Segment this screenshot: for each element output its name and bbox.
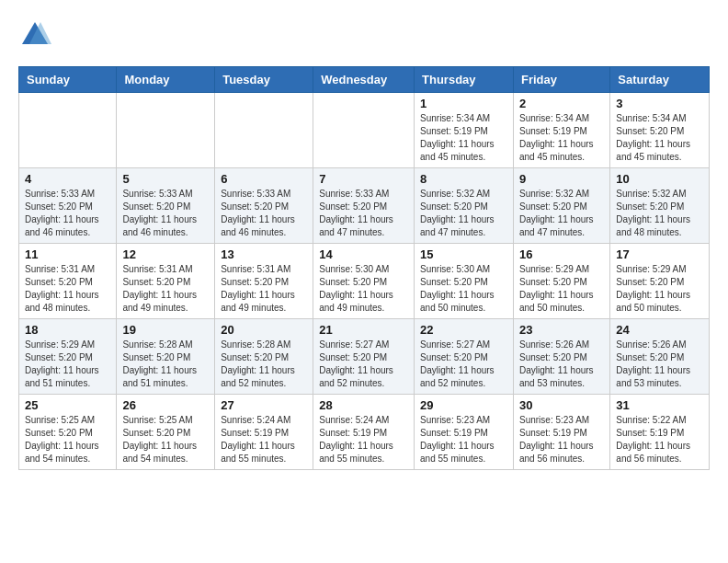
- day-number: 28: [319, 398, 408, 412]
- logo-icon: [18, 18, 51, 52]
- day-info: Sunrise: 5:34 AM Sunset: 5:19 PM Dayligh…: [519, 112, 604, 164]
- calendar-week-row: 25Sunrise: 5:25 AM Sunset: 5:20 PM Dayli…: [19, 395, 710, 470]
- calendar-cell: 13Sunrise: 5:31 AM Sunset: 5:20 PM Dayli…: [215, 244, 313, 319]
- day-number: 23: [519, 323, 604, 337]
- day-number: 16: [519, 247, 604, 261]
- calendar-cell: 12Sunrise: 5:31 AM Sunset: 5:20 PM Dayli…: [117, 244, 215, 319]
- day-info: Sunrise: 5:33 AM Sunset: 5:20 PM Dayligh…: [25, 188, 110, 239]
- day-info: Sunrise: 5:30 AM Sunset: 5:20 PM Dayligh…: [319, 263, 408, 315]
- calendar-cell: 20Sunrise: 5:28 AM Sunset: 5:20 PM Dayli…: [215, 319, 313, 395]
- day-info: Sunrise: 5:26 AM Sunset: 5:20 PM Dayligh…: [616, 339, 703, 390]
- day-info: Sunrise: 5:32 AM Sunset: 5:20 PM Dayligh…: [420, 188, 507, 239]
- day-number: 24: [616, 323, 703, 337]
- calendar-cell: 30Sunrise: 5:23 AM Sunset: 5:19 PM Dayli…: [513, 395, 609, 470]
- day-number: 26: [122, 398, 209, 412]
- day-info: Sunrise: 5:29 AM Sunset: 5:20 PM Dayligh…: [519, 263, 604, 315]
- calendar-cell: [215, 93, 313, 168]
- day-number: 18: [25, 323, 110, 337]
- calendar-cell: 25Sunrise: 5:25 AM Sunset: 5:20 PM Dayli…: [19, 395, 117, 470]
- calendar-cell: 28Sunrise: 5:24 AM Sunset: 5:19 PM Dayli…: [313, 395, 415, 470]
- day-number: 11: [25, 247, 110, 261]
- day-number: 12: [122, 247, 209, 261]
- day-number: 7: [319, 172, 408, 186]
- day-info: Sunrise: 5:23 AM Sunset: 5:19 PM Dayligh…: [420, 414, 507, 465]
- weekday-header: Monday: [117, 67, 215, 93]
- calendar-week-row: 1Sunrise: 5:34 AM Sunset: 5:19 PM Daylig…: [19, 93, 710, 168]
- day-info: Sunrise: 5:28 AM Sunset: 5:20 PM Dayligh…: [122, 339, 209, 390]
- calendar-cell: [19, 93, 117, 168]
- calendar-cell: 14Sunrise: 5:30 AM Sunset: 5:20 PM Dayli…: [313, 244, 415, 319]
- weekday-header: Sunday: [19, 67, 117, 93]
- day-number: 15: [420, 247, 507, 261]
- weekday-header: Saturday: [610, 67, 710, 93]
- calendar-cell: 10Sunrise: 5:32 AM Sunset: 5:20 PM Dayli…: [610, 168, 710, 244]
- day-info: Sunrise: 5:23 AM Sunset: 5:19 PM Dayligh…: [519, 414, 604, 465]
- calendar-cell: 17Sunrise: 5:29 AM Sunset: 5:20 PM Dayli…: [610, 244, 710, 319]
- day-info: Sunrise: 5:27 AM Sunset: 5:20 PM Dayligh…: [420, 339, 507, 390]
- calendar-cell: 18Sunrise: 5:29 AM Sunset: 5:20 PM Dayli…: [19, 319, 117, 395]
- day-info: Sunrise: 5:25 AM Sunset: 5:20 PM Dayligh…: [122, 414, 209, 465]
- day-info: Sunrise: 5:24 AM Sunset: 5:19 PM Dayligh…: [319, 414, 408, 465]
- day-number: 19: [122, 323, 209, 337]
- day-number: 22: [420, 323, 507, 337]
- calendar-cell: 19Sunrise: 5:28 AM Sunset: 5:20 PM Dayli…: [117, 319, 215, 395]
- day-info: Sunrise: 5:32 AM Sunset: 5:20 PM Dayligh…: [616, 188, 703, 239]
- calendar-cell: 8Sunrise: 5:32 AM Sunset: 5:20 PM Daylig…: [415, 168, 514, 244]
- calendar-cell: 4Sunrise: 5:33 AM Sunset: 5:20 PM Daylig…: [19, 168, 117, 244]
- calendar-cell: 31Sunrise: 5:22 AM Sunset: 5:19 PM Dayli…: [610, 395, 710, 470]
- day-number: 9: [519, 172, 604, 186]
- day-number: 4: [25, 172, 110, 186]
- page-header: [18, 18, 710, 52]
- day-info: Sunrise: 5:33 AM Sunset: 5:20 PM Dayligh…: [221, 188, 307, 239]
- day-number: 2: [519, 97, 604, 110]
- calendar-cell: 24Sunrise: 5:26 AM Sunset: 5:20 PM Dayli…: [610, 319, 710, 395]
- day-info: Sunrise: 5:33 AM Sunset: 5:20 PM Dayligh…: [319, 188, 408, 239]
- day-number: 20: [221, 323, 307, 337]
- calendar-week-row: 18Sunrise: 5:29 AM Sunset: 5:20 PM Dayli…: [19, 319, 710, 395]
- calendar-cell: 3Sunrise: 5:34 AM Sunset: 5:20 PM Daylig…: [610, 93, 710, 168]
- day-number: 14: [319, 247, 408, 261]
- calendar-cell: 23Sunrise: 5:26 AM Sunset: 5:20 PM Dayli…: [513, 319, 609, 395]
- day-number: 5: [122, 172, 209, 186]
- calendar-cell: 9Sunrise: 5:32 AM Sunset: 5:20 PM Daylig…: [513, 168, 609, 244]
- day-info: Sunrise: 5:24 AM Sunset: 5:19 PM Dayligh…: [221, 414, 307, 465]
- calendar-cell: 27Sunrise: 5:24 AM Sunset: 5:19 PM Dayli…: [215, 395, 313, 470]
- logo: [18, 18, 55, 52]
- calendar-cell: 26Sunrise: 5:25 AM Sunset: 5:20 PM Dayli…: [117, 395, 215, 470]
- weekday-header-row: SundayMondayTuesdayWednesdayThursdayFrid…: [19, 67, 710, 93]
- day-info: Sunrise: 5:34 AM Sunset: 5:20 PM Dayligh…: [616, 112, 703, 164]
- day-info: Sunrise: 5:31 AM Sunset: 5:20 PM Dayligh…: [25, 263, 110, 315]
- calendar-cell: 5Sunrise: 5:33 AM Sunset: 5:20 PM Daylig…: [117, 168, 215, 244]
- day-info: Sunrise: 5:22 AM Sunset: 5:19 PM Dayligh…: [616, 414, 703, 465]
- day-number: 30: [519, 398, 604, 412]
- day-number: 21: [319, 323, 408, 337]
- calendar-cell: [117, 93, 215, 168]
- calendar-cell: [313, 93, 415, 168]
- day-info: Sunrise: 5:31 AM Sunset: 5:20 PM Dayligh…: [221, 263, 307, 315]
- day-number: 1: [420, 97, 507, 110]
- day-number: 3: [616, 97, 703, 110]
- day-info: Sunrise: 5:27 AM Sunset: 5:20 PM Dayligh…: [319, 339, 408, 390]
- day-number: 6: [221, 172, 307, 186]
- day-number: 10: [616, 172, 703, 186]
- day-info: Sunrise: 5:32 AM Sunset: 5:20 PM Dayligh…: [519, 188, 604, 239]
- calendar-cell: 16Sunrise: 5:29 AM Sunset: 5:20 PM Dayli…: [513, 244, 609, 319]
- calendar-cell: 6Sunrise: 5:33 AM Sunset: 5:20 PM Daylig…: [215, 168, 313, 244]
- calendar-week-row: 4Sunrise: 5:33 AM Sunset: 5:20 PM Daylig…: [19, 168, 710, 244]
- day-number: 8: [420, 172, 507, 186]
- day-number: 17: [616, 247, 703, 261]
- weekday-header: Tuesday: [215, 67, 313, 93]
- day-info: Sunrise: 5:31 AM Sunset: 5:20 PM Dayligh…: [122, 263, 209, 315]
- day-info: Sunrise: 5:34 AM Sunset: 5:19 PM Dayligh…: [420, 112, 507, 164]
- day-info: Sunrise: 5:25 AM Sunset: 5:20 PM Dayligh…: [25, 414, 110, 465]
- calendar-table: SundayMondayTuesdayWednesdayThursdayFrid…: [18, 66, 710, 470]
- day-info: Sunrise: 5:26 AM Sunset: 5:20 PM Dayligh…: [519, 339, 604, 390]
- day-info: Sunrise: 5:33 AM Sunset: 5:20 PM Dayligh…: [122, 188, 209, 239]
- calendar-cell: 29Sunrise: 5:23 AM Sunset: 5:19 PM Dayli…: [415, 395, 514, 470]
- day-number: 13: [221, 247, 307, 261]
- calendar-cell: 11Sunrise: 5:31 AM Sunset: 5:20 PM Dayli…: [19, 244, 117, 319]
- calendar-cell: 21Sunrise: 5:27 AM Sunset: 5:20 PM Dayli…: [313, 319, 415, 395]
- day-number: 31: [616, 398, 703, 412]
- calendar-cell: 15Sunrise: 5:30 AM Sunset: 5:20 PM Dayli…: [415, 244, 514, 319]
- calendar-cell: 2Sunrise: 5:34 AM Sunset: 5:19 PM Daylig…: [513, 93, 609, 168]
